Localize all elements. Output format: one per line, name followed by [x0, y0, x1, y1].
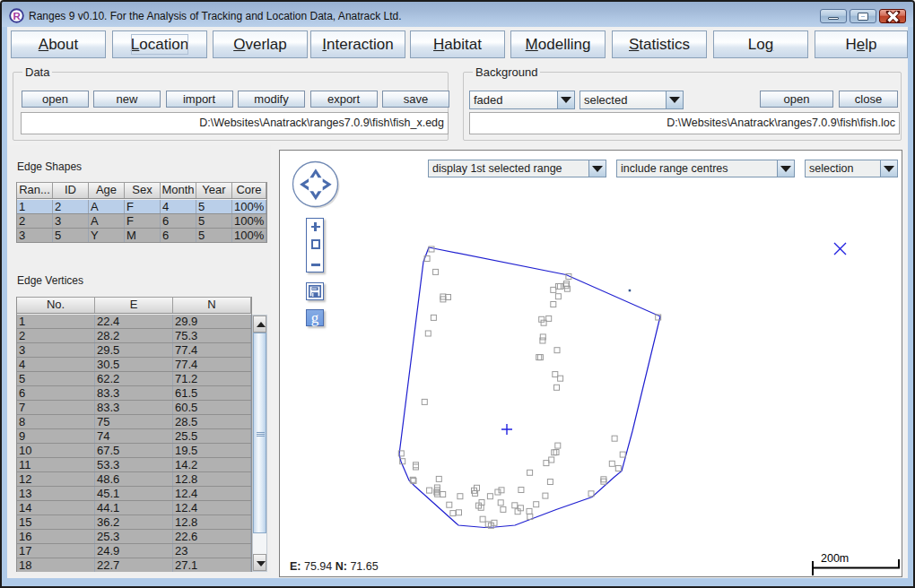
svg-text:200m: 200m — [821, 552, 849, 565]
svg-text:R: R — [13, 11, 21, 22]
